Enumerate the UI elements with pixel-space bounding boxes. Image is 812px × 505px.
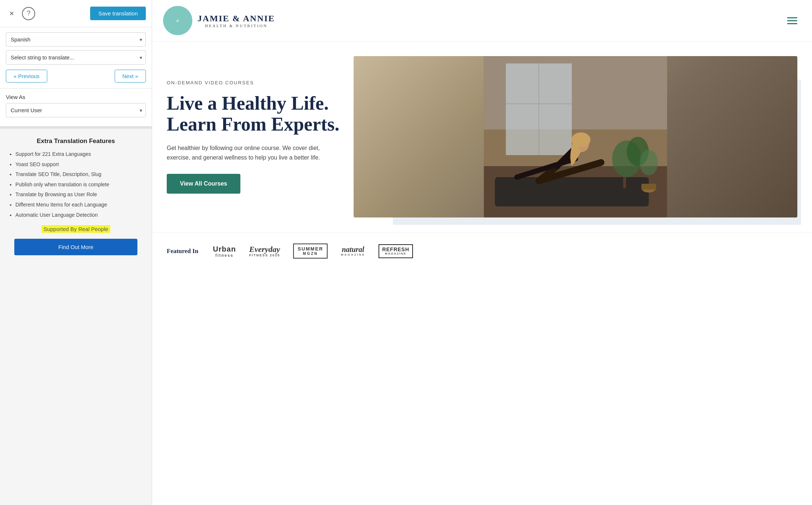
featured-in-label: Featured In <box>167 248 198 255</box>
save-translation-button[interactable]: Save translation <box>90 7 146 20</box>
features-list: Support for 221 Extra Languages Yoast SE… <box>7 151 144 219</box>
find-out-more-button[interactable]: Find Out More <box>14 239 138 255</box>
view-all-courses-button[interactable]: View All Courses <box>167 174 240 194</box>
help-button[interactable]: ? <box>22 7 35 20</box>
view-as-label: View As <box>6 94 146 100</box>
list-item: Publish only when translation is complet… <box>15 181 144 189</box>
hero-image <box>354 56 797 217</box>
site-header: & JAMIE & ANNIE HEALTH & NUTRITION <box>152 0 812 41</box>
view-as-select-wrapper: Current User Guest Admin ▾ <box>6 103 146 117</box>
logo-icon: & <box>167 10 189 32</box>
svg-point-17 <box>640 150 658 175</box>
supported-by-label: Supported By Real People <box>41 225 111 233</box>
svg-rect-18 <box>623 177 626 188</box>
logo-area: & JAMIE & ANNIE HEALTH & NUTRITION <box>163 6 275 35</box>
list-item: Translate SEO Title, Description, Slug <box>15 171 144 178</box>
previous-button[interactable]: « Previous <box>6 70 47 83</box>
logo-summer-mgzn: SUMMER MGZN <box>293 244 328 259</box>
logo-everyday-fitness: Everyday FITNESS 2020 <box>249 245 280 257</box>
view-as-select[interactable]: Current User Guest Admin <box>6 103 146 117</box>
controls-section: Spanish French German ▾ Select string to… <box>0 27 152 89</box>
svg-text:&: & <box>176 19 179 23</box>
string-select-wrapper: Select string to translate... ▾ <box>6 50 146 65</box>
hero-section: ON-DEMAND VIDEO COURSES Live a Healthy L… <box>152 41 812 232</box>
language-select[interactable]: Spanish French German <box>6 32 146 47</box>
top-bar: × ? Save translation <box>0 0 152 27</box>
logo-refresh-magazine: REFRESH MAGAZINE <box>379 244 413 258</box>
hero-image-area <box>354 56 797 217</box>
list-item: Translate by Browsing as User Role <box>15 191 144 198</box>
hero-tag: ON-DEMAND VIDEO COURSES <box>167 80 343 85</box>
logo-sub-name: HEALTH & NUTRITION <box>198 23 275 28</box>
svg-rect-20 <box>642 184 656 190</box>
string-select[interactable]: Select string to translate... <box>6 50 146 65</box>
language-select-wrapper: Spanish French German ▾ <box>6 32 146 47</box>
main-content: & JAMIE & ANNIE HEALTH & NUTRITION ON-DE… <box>152 0 812 505</box>
logo-urban-fitness: Urban fitness <box>213 245 236 257</box>
features-title: Extra Translation Features <box>7 138 144 145</box>
list-item: Automatic User Language Detection <box>15 212 144 219</box>
features-section: Extra Translation Features Support for 2… <box>0 129 152 505</box>
logo-natural-magazine: natural MAGAZINE <box>341 245 365 257</box>
hamburger-menu-button[interactable] <box>787 17 797 24</box>
next-button[interactable]: Next » <box>115 70 146 83</box>
featured-in-section: Featured In Urban fitness Everyday FITNE… <box>152 232 812 270</box>
close-button[interactable]: × <box>6 8 18 19</box>
hamburger-line-icon <box>787 20 797 21</box>
hero-description: Get healthier by following our online co… <box>167 143 343 162</box>
hamburger-line-icon <box>787 23 797 24</box>
list-item: Yoast SEO support <box>15 161 144 168</box>
nav-buttons: « Previous Next » <box>6 70 146 83</box>
list-item: Different Menu Items for each Language <box>15 201 144 209</box>
featured-logos: Urban fitness Everyday FITNESS 2020 SUMM… <box>213 244 413 259</box>
view-as-section: View As Current User Guest Admin ▾ <box>0 89 152 127</box>
hero-content: ON-DEMAND VIDEO COURSES Live a Healthy L… <box>167 80 343 194</box>
logo-text: JAMIE & ANNIE HEALTH & NUTRITION <box>198 14 275 28</box>
list-item: Support for 221 Extra Languages <box>15 151 144 158</box>
logo-main-name: JAMIE & ANNIE <box>198 14 275 23</box>
logo-circle: & <box>163 6 192 35</box>
translation-panel: × ? Save translation Spanish French Germ… <box>0 0 152 505</box>
hero-title: Live a Healthy Life. Learn From Experts. <box>167 93 343 135</box>
hamburger-line-icon <box>787 17 797 18</box>
